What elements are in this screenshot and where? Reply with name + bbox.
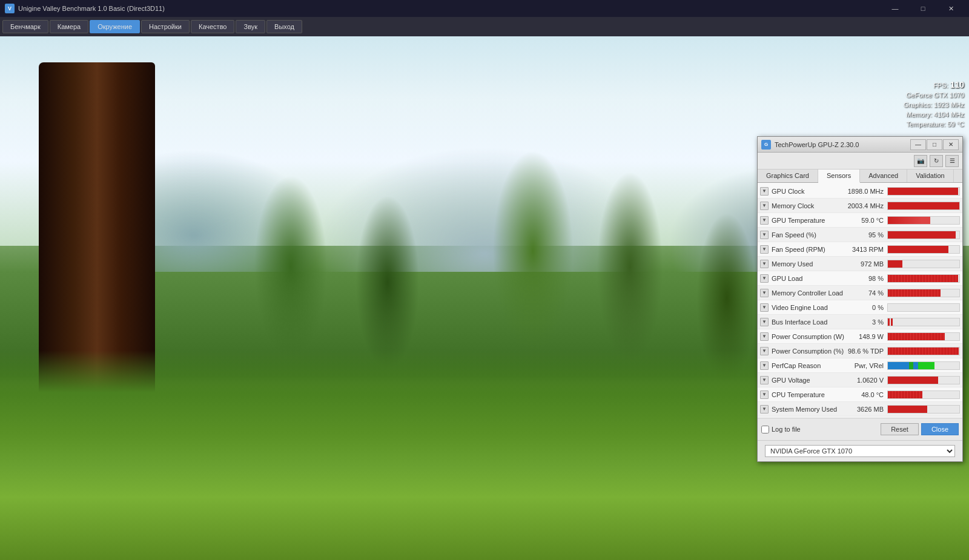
menu-exit[interactable]: Выход (266, 20, 302, 33)
cpu-temp-bar (888, 391, 922, 398)
power-w-dropdown[interactable]: ▼ (760, 332, 769, 341)
sensor-row-cpu-temp: ▼ CPU Temperature 48.0 °C (758, 387, 962, 402)
fps-line: FPS: 110 (904, 80, 964, 90)
gpu-clock-bar-container (887, 187, 960, 196)
gpuz-menu-btn[interactable]: ☰ (945, 155, 959, 167)
memory-clock-dropdown[interactable]: ▼ (760, 202, 769, 210)
mem-ctrl-dropdown[interactable]: ▼ (760, 289, 769, 297)
fps-temperature: Temperature: 59 °C (904, 119, 964, 129)
gpu-clock-value: 1898.0 MHz (845, 188, 887, 195)
gpuz-device-row: NVIDIA GeForce GTX 1070 (758, 440, 962, 461)
fan-rpm-label: Fan Speed (RPM) (772, 246, 825, 253)
gpu-voltage-bar-container (887, 376, 960, 384)
power-pct-label: Power Consumption (%) (772, 348, 844, 355)
reset-button[interactable]: Reset (881, 423, 919, 435)
log-to-file-text: Log to file (772, 426, 801, 433)
benchmark-close-btn[interactable]: ✕ (938, 2, 964, 15)
fan-rpm-value: 3413 RPM (845, 246, 887, 253)
gpu-voltage-value: 1.0620 V (845, 377, 887, 384)
gpuz-maximize-btn[interactable]: □ (927, 139, 942, 150)
gpuz-refresh-btn[interactable]: ↻ (930, 155, 943, 167)
sys-mem-value: 3626 MB (845, 406, 887, 413)
bus-load-value: 3 % (845, 318, 887, 326)
mem-ctrl-bar (888, 289, 941, 297)
gpu-load-dropdown[interactable]: ▼ (760, 274, 769, 283)
benchmark-icon: V (5, 4, 15, 13)
mem-ctrl-value: 74 % (845, 289, 887, 297)
menu-settings[interactable]: Настройки (141, 20, 190, 33)
gpu-voltage-dropdown[interactable]: ▼ (760, 376, 769, 384)
gpuz-toolbar: 📷 ↻ ☰ (758, 153, 962, 170)
mem-ctrl-label: Memory Controller Load (772, 289, 843, 297)
menu-sound[interactable]: Звук (236, 20, 265, 33)
tab-graphics-card[interactable]: Graphics Card (758, 170, 818, 182)
tab-sensors[interactable]: Sensors (818, 170, 860, 183)
perfcap-dropdown[interactable]: ▼ (760, 361, 769, 370)
menu-benchmark[interactable]: Бенчмарк (2, 20, 48, 33)
benchmark-titlebar: V Unigine Valley Benchmark 1.0 Basic (Di… (0, 0, 969, 17)
gpuz-device-select[interactable]: NVIDIA GeForce GTX 1070 (765, 445, 955, 457)
sensor-row-gpu-voltage: ▼ GPU Voltage 1.0620 V (758, 373, 962, 387)
log-to-file-label: Log to file (761, 426, 801, 433)
video-engine-label: Video Engine Load (772, 304, 828, 311)
gpu-temp-label: GPU Temperature (772, 217, 825, 224)
gpuz-close-btn[interactable]: ✕ (943, 139, 959, 150)
benchmark-title: Unigine Valley Benchmark 1.0 Basic (Dire… (18, 5, 878, 12)
memory-clock-label: Memory Clock (772, 202, 814, 209)
gpuz-tabs: Graphics Card Sensors Advanced Validatio… (758, 170, 962, 183)
mem-used-value: 972 MB (845, 260, 887, 268)
fan-rpm-dropdown[interactable]: ▼ (760, 245, 769, 254)
sensor-row-video-engine: ▼ Video Engine Load 0 % (758, 300, 962, 315)
mem-used-bar (888, 260, 902, 268)
fan-pct-bar (888, 231, 956, 239)
cpu-temp-dropdown[interactable]: ▼ (760, 390, 769, 399)
close-button[interactable]: Close (921, 423, 959, 435)
tab-validation[interactable]: Validation (907, 170, 954, 182)
fan-pct-dropdown[interactable]: ▼ (760, 231, 769, 239)
menu-environment[interactable]: Окружение (90, 20, 140, 33)
gpu-load-bar-container (887, 274, 960, 283)
sys-mem-bar-container (887, 405, 960, 413)
sensor-row-memory-clock: ▼ Memory Clock 2003.4 MHz (758, 199, 962, 213)
bus-load-dropdown[interactable]: ▼ (760, 318, 769, 326)
menu-quality[interactable]: Качество (191, 20, 235, 33)
memory-clock-value: 2003.4 MHz (845, 202, 887, 209)
memory-clock-bar-container (887, 202, 960, 210)
gpu-clock-label: GPU Clock (772, 188, 804, 195)
fan-pct-bar-container (887, 231, 960, 239)
gpuz-minimize-btn[interactable]: — (910, 139, 926, 150)
gpu-temp-dropdown[interactable]: ▼ (760, 216, 769, 225)
sensor-row-fan-rpm: ▼ Fan Speed (RPM) 3413 RPM (758, 242, 962, 257)
benchmark-maximize-btn[interactable]: □ (910, 2, 936, 15)
power-pct-dropdown[interactable]: ▼ (760, 347, 769, 355)
fps-graphics-clock: Graphics: 1923 MHz (904, 100, 964, 110)
benchmark-minimize-btn[interactable]: — (882, 2, 908, 15)
gpuz-footer: Log to file Reset Close (758, 418, 962, 440)
fan-pct-label: Fan Speed (%) (772, 231, 816, 239)
gpuz-camera-btn[interactable]: 📷 (914, 155, 927, 167)
gpu-clock-bar (888, 188, 958, 195)
power-pct-bar-container (887, 347, 960, 355)
mem-used-dropdown[interactable]: ▼ (760, 260, 769, 268)
gpu-temp-bar (888, 217, 930, 224)
sensor-row-bus-load: ▼ Bus Interface Load 3 % (758, 315, 962, 329)
gpuz-title: TechPowerUp GPU-Z 2.30.0 (775, 141, 907, 148)
sys-mem-label: System Memory Used (772, 406, 837, 413)
power-pct-bar (888, 348, 959, 355)
tab-advanced[interactable]: Advanced (860, 170, 907, 182)
sensor-row-perfcap: ▼ PerfCap Reason Pwr, VRel (758, 358, 962, 373)
gpu-load-value: 98 % (845, 275, 887, 282)
sys-mem-bar (888, 406, 927, 413)
fan-pct-value: 95 % (845, 231, 887, 239)
gpu-voltage-bar (888, 377, 938, 384)
video-engine-value: 0 % (845, 304, 887, 311)
gpu-clock-dropdown[interactable]: ▼ (760, 187, 769, 196)
gpuz-window: G TechPowerUp GPU-Z 2.30.0 — □ ✕ 📷 ↻ ☰ G… (757, 136, 963, 462)
gpu-temp-value: 59.0 °C (845, 217, 887, 224)
cpu-temp-label: CPU Temperature (772, 391, 825, 398)
video-engine-dropdown[interactable]: ▼ (760, 303, 769, 312)
fan-rpm-bar-container (887, 245, 960, 254)
log-to-file-checkbox[interactable] (761, 426, 769, 433)
sys-mem-dropdown[interactable]: ▼ (760, 405, 769, 413)
menu-camera[interactable]: Камера (50, 20, 88, 33)
